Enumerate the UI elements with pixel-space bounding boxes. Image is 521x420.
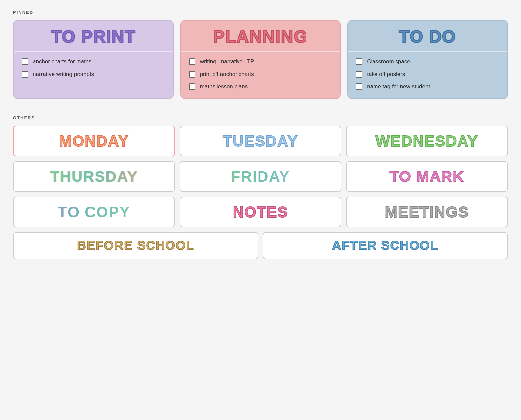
card-item: narrative writing prompts [22,71,165,78]
checkbox[interactable] [356,83,362,90]
pinned-section: PINNED TO PRINTanchor charts for mathsna… [13,10,508,99]
checkbox[interactable] [356,58,362,65]
others-card-notes[interactable]: NOTES [180,197,342,227]
card-item-text: narrative writing prompts [33,71,94,78]
card-item-text: anchor charts for maths [33,58,92,65]
card-header-to-do: TO DO [348,21,507,52]
pinned-card-planning[interactable]: PLANNINGwriting - narrative LTPprint off… [180,20,341,99]
others-title-monday: MONDAY [17,132,171,150]
others-card-after-school[interactable]: AFTER SCHOOL [263,232,508,259]
card-item-text: name tag for new student [367,83,430,90]
others-title-notes: NOTES [184,203,338,221]
others-title-to-copy: TO COPY [17,203,171,221]
bottom-row: BEFORE SCHOOLAFTER SCHOOL [13,232,508,259]
others-grid: MONDAYTUESDAYWEDNESDAYTHURSDAYFRIDAYTO M… [13,126,508,227]
card-item-text: maths lesson plans [200,83,248,90]
others-card-thursday[interactable]: THURSDAY [13,161,175,192]
card-item-text: take off posters [367,71,405,78]
checkbox[interactable] [22,71,28,78]
others-card-before-school[interactable]: BEFORE SCHOOL [13,232,258,259]
card-header-planning: PLANNING [181,21,340,52]
card-item: take off posters [356,71,499,78]
card-item-text: print off anchor charts [200,71,254,78]
others-title-meetings: MEETINGS [350,203,504,221]
others-title-after-school: AFTER SCHOOL [267,239,504,253]
card-item: name tag for new student [356,83,499,90]
card-item: maths lesson plans [189,83,332,90]
others-card-meetings[interactable]: MEETINGS [346,197,508,227]
card-item-text: writing - narrative LTP [200,58,254,65]
checkbox[interactable] [356,71,362,78]
others-card-tuesday[interactable]: TUESDAY [180,126,342,156]
checkbox[interactable] [189,83,195,90]
others-label: OTHERS [13,115,508,120]
others-title-tuesday: TUESDAY [184,132,338,150]
others-title-friday: FRIDAY [184,168,338,185]
others-card-friday[interactable]: FRIDAY [180,161,342,192]
checkbox[interactable] [22,58,28,65]
others-card-monday[interactable]: MONDAY [13,126,175,156]
pinned-label: PINNED [13,10,508,15]
card-body-planning: writing - narrative LTPprint off anchor … [181,52,340,98]
card-item-text: Classroom space [367,58,410,65]
others-card-to-mark[interactable]: TO MARK [346,161,508,192]
card-body-to-print: anchor charts for mathsnarrative writing… [14,52,173,86]
others-title-thursday: THURSDAY [17,168,171,185]
card-item: Classroom space [356,58,499,65]
card-title-to-do: TO DO [399,27,456,46]
pinned-cards: TO PRINTanchor charts for mathsnarrative… [13,20,508,99]
others-title-before-school: BEFORE SCHOOL [17,239,254,253]
others-section: OTHERS MONDAYTUESDAYWEDNESDAYTHURSDAYFRI… [13,115,508,259]
others-title-to-mark: TO MARK [350,168,504,185]
card-body-to-do: Classroom spacetake off postersname tag … [348,52,507,98]
others-card-wednesday[interactable]: WEDNESDAY [346,126,508,156]
card-header-to-print: TO PRINT [14,21,173,52]
card-item: print off anchor charts [189,71,332,78]
card-title-to-print: TO PRINT [51,27,136,46]
others-title-wednesday: WEDNESDAY [350,132,504,150]
card-title-planning: PLANNING [213,27,308,46]
checkbox[interactable] [189,71,195,78]
card-item: anchor charts for maths [22,58,165,65]
checkbox[interactable] [189,58,195,65]
others-card-to-copy[interactable]: TO COPY [13,197,175,227]
card-item: writing - narrative LTP [189,58,332,65]
pinned-card-to-do[interactable]: TO DOClassroom spacetake off postersname… [347,20,508,99]
pinned-card-to-print[interactable]: TO PRINTanchor charts for mathsnarrative… [13,20,174,99]
